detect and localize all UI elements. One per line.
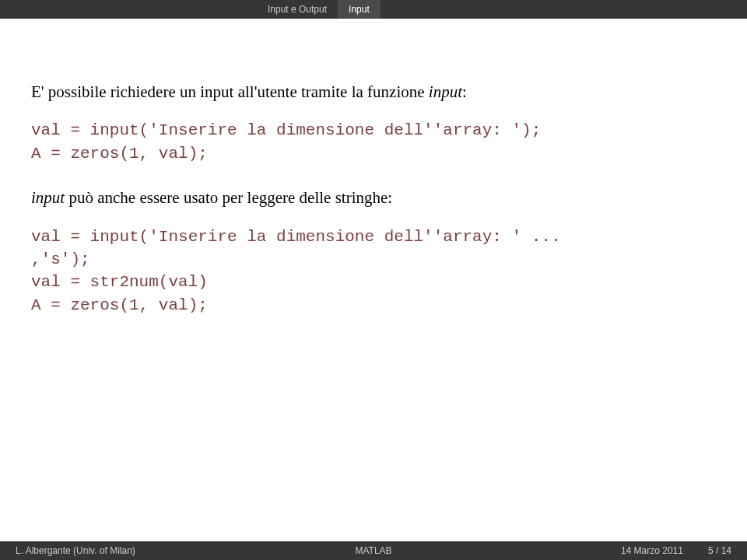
code-block-1: val = input('Inserire la dimensione dell… [31,119,716,165]
tab-label: Input e Output [268,4,327,15]
func-name: input [429,82,462,101]
tab-input-output[interactable]: Input e Output [257,0,338,19]
code-block-2: val = input('Inserire la dimensione dell… [31,226,716,317]
para2-suffix: può anche essere usato per leggere delle… [65,188,392,207]
footer-date: 14 Marzo 2011 [621,545,683,556]
footer-right-block: 14 Marzo 2011 5 / 14 [621,545,731,556]
footer-bar: L. Albergante (Univ. of Milan) MATLAB 14… [0,541,747,560]
para1-suffix: : [462,82,467,101]
tab-input[interactable]: Input [338,0,381,19]
footer-page: 5 / 14 [708,545,731,556]
footer-author: L. Albergante (Univ. of Milan) [16,545,135,556]
para1-text: E' possibile richiedere un input all'ute… [31,82,429,101]
slide-content: E' possibile richiedere un input all'ute… [0,19,747,317]
func-name-2: input [31,188,65,207]
footer-title: MATLAB [355,545,391,556]
paragraph-1: E' possibile richiedere un input all'ute… [31,81,716,103]
top-navigation: Input e Output Input [0,0,747,19]
paragraph-2: input può anche essere usato per leggere… [31,187,716,209]
tab-label: Input [349,4,370,15]
